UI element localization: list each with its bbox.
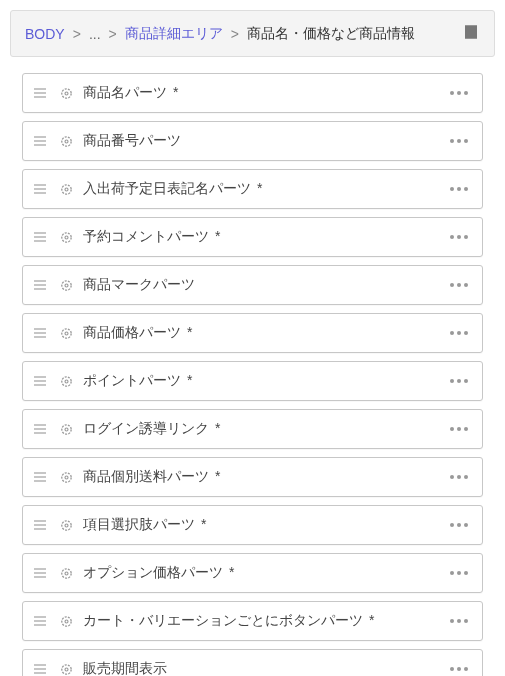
part-label: オプション価格パーツ * [83, 564, 446, 582]
gear-icon[interactable] [55, 86, 77, 101]
more-dots-icon[interactable] [446, 327, 472, 339]
drag-handle-icon[interactable] [31, 662, 49, 676]
gear-icon[interactable] [55, 422, 77, 437]
breadcrumb-sep: > [231, 26, 239, 42]
part-item[interactable]: 商品名パーツ * [22, 73, 483, 113]
required-asterisk: * [197, 516, 206, 532]
required-asterisk: * [169, 84, 178, 100]
more-dots-icon[interactable] [446, 87, 472, 99]
required-asterisk: * [211, 468, 220, 484]
drag-handle-icon[interactable] [31, 86, 49, 100]
part-item[interactable]: 商品価格パーツ * [22, 313, 483, 353]
part-label: 商品名パーツ * [83, 84, 446, 102]
more-dots-icon[interactable] [446, 375, 472, 387]
gear-icon[interactable] [55, 278, 77, 293]
breadcrumb-current: 商品名・価格など商品情報 [247, 25, 415, 43]
part-item[interactable]: 販売期間表示 [22, 649, 483, 676]
breadcrumb-ellipsis[interactable]: ... [89, 26, 101, 42]
part-label: ポイントパーツ * [83, 372, 446, 390]
breadcrumb-sep: > [109, 26, 117, 42]
part-item[interactable]: 商品番号パーツ [22, 121, 483, 161]
gear-icon[interactable] [55, 566, 77, 581]
gear-icon[interactable] [55, 182, 77, 197]
part-item[interactable]: 予約コメントパーツ * [22, 217, 483, 257]
part-item[interactable]: カート・バリエーションごとにボタンパーツ * [22, 601, 483, 641]
drag-handle-icon[interactable] [31, 182, 49, 196]
more-dots-icon[interactable] [446, 471, 472, 483]
part-label: 商品番号パーツ [83, 132, 446, 150]
more-dots-icon[interactable] [446, 183, 472, 195]
drag-handle-icon[interactable] [31, 470, 49, 484]
more-dots-icon[interactable] [446, 423, 472, 435]
drag-handle-icon[interactable] [31, 230, 49, 244]
breadcrumb-root[interactable]: BODY [25, 26, 65, 42]
part-item[interactable]: 商品マークパーツ [22, 265, 483, 305]
document-icon[interactable] [462, 23, 480, 44]
required-asterisk: * [225, 564, 234, 580]
drag-handle-icon[interactable] [31, 518, 49, 532]
more-dots-icon[interactable] [446, 231, 472, 243]
more-dots-icon[interactable] [446, 663, 472, 675]
gear-icon[interactable] [55, 518, 77, 533]
drag-handle-icon[interactable] [31, 278, 49, 292]
breadcrumb-sep: > [73, 26, 81, 42]
part-item[interactable]: ログイン誘導リンク * [22, 409, 483, 449]
part-label: 項目選択肢パーツ * [83, 516, 446, 534]
part-item[interactable]: 入出荷予定日表記名パーツ * [22, 169, 483, 209]
part-item[interactable]: ポイントパーツ * [22, 361, 483, 401]
drag-handle-icon[interactable] [31, 614, 49, 628]
part-label: 商品個別送料パーツ * [83, 468, 446, 486]
gear-icon[interactable] [55, 134, 77, 149]
more-dots-icon[interactable] [446, 519, 472, 531]
gear-icon[interactable] [55, 326, 77, 341]
part-item[interactable]: オプション価格パーツ * [22, 553, 483, 593]
part-item[interactable]: 商品個別送料パーツ * [22, 457, 483, 497]
required-asterisk: * [211, 228, 220, 244]
breadcrumb-mid[interactable]: 商品詳細エリア [125, 25, 223, 43]
drag-handle-icon[interactable] [31, 566, 49, 580]
gear-icon[interactable] [55, 662, 77, 677]
part-label: ログイン誘導リンク * [83, 420, 446, 438]
parts-list: 商品名パーツ *商品番号パーツ入出荷予定日表記名パーツ *予約コメントパーツ *… [0, 67, 505, 676]
more-dots-icon[interactable] [446, 135, 472, 147]
part-label: 販売期間表示 [83, 660, 446, 676]
drag-handle-icon[interactable] [31, 422, 49, 436]
part-label: 入出荷予定日表記名パーツ * [83, 180, 446, 198]
more-dots-icon[interactable] [446, 567, 472, 579]
required-asterisk: * [253, 180, 262, 196]
required-asterisk: * [183, 372, 192, 388]
part-label: カート・バリエーションごとにボタンパーツ * [83, 612, 446, 630]
more-dots-icon[interactable] [446, 279, 472, 291]
drag-handle-icon[interactable] [31, 374, 49, 388]
required-asterisk: * [211, 420, 220, 436]
required-asterisk: * [365, 612, 374, 628]
drag-handle-icon[interactable] [31, 326, 49, 340]
breadcrumb: BODY > ... > 商品詳細エリア > 商品名・価格など商品情報 [10, 10, 495, 57]
part-item[interactable]: 項目選択肢パーツ * [22, 505, 483, 545]
part-label: 商品マークパーツ [83, 276, 446, 294]
gear-icon[interactable] [55, 614, 77, 629]
required-asterisk: * [183, 324, 192, 340]
drag-handle-icon[interactable] [31, 134, 49, 148]
gear-icon[interactable] [55, 470, 77, 485]
part-label: 予約コメントパーツ * [83, 228, 446, 246]
gear-icon[interactable] [55, 230, 77, 245]
part-label: 商品価格パーツ * [83, 324, 446, 342]
gear-icon[interactable] [55, 374, 77, 389]
more-dots-icon[interactable] [446, 615, 472, 627]
